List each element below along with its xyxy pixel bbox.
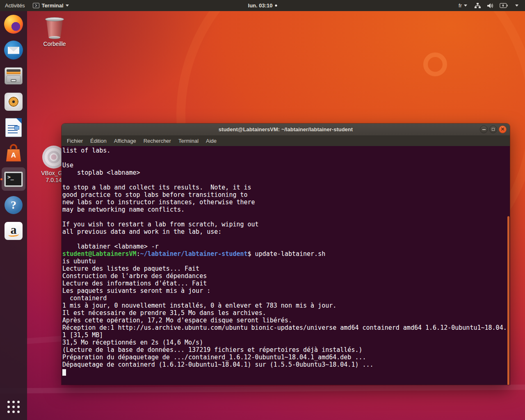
terminal-scrollbar[interactable] [507, 216, 509, 385]
terminal-output-text: list of labs.Use stoplab <labname>to sto… [62, 147, 510, 376]
activities-button[interactable]: Activités [1, 0, 29, 11]
volume-icon [487, 2, 494, 9]
dock-item-firefox[interactable] [0, 11, 27, 37]
chevron-down-icon [66, 5, 69, 7]
show-applications-button[interactable] [0, 395, 27, 418]
ubuntu-software-icon [6, 149, 21, 162]
dock: >_ ? a [0, 11, 27, 420]
keyboard-layout-button[interactable]: fr [454, 0, 471, 11]
keyboard-layout-label: fr [459, 2, 462, 9]
files-icon [5, 67, 23, 84]
thunderbird-icon [4, 41, 23, 59]
terminal-cursor [62, 369, 66, 376]
amazon-icon: a [5, 222, 23, 240]
system-menu-button[interactable] [511, 0, 523, 11]
terminal-window: student@LabtainersVM: ~/labtainer/labtai… [62, 123, 510, 385]
app-menu-label: Terminal [41, 2, 63, 9]
maximize-button[interactable] [489, 126, 497, 133]
wallpaper-band-decoration [0, 385, 525, 394]
dock-item-amazon[interactable]: a [0, 218, 27, 244]
app-menu-button[interactable]: Terminal [29, 0, 73, 11]
dock-item-ubuntu-software[interactable] [0, 140, 27, 166]
battery-charging-icon [500, 3, 508, 8]
close-button[interactable]: ✕ [499, 126, 507, 133]
chevron-down-icon [515, 5, 518, 7]
clock-button[interactable]: lun. 03:10 [245, 0, 281, 11]
menu-item-fichier[interactable]: Fichier [63, 137, 87, 145]
trash-icon [44, 16, 65, 39]
terminal-icon: >_ [5, 172, 23, 187]
dock-item-terminal[interactable]: >_ [0, 166, 27, 192]
chevron-down-icon [464, 5, 467, 7]
terminal-app-icon [33, 3, 39, 8]
dock-item-rhythmbox[interactable] [0, 89, 27, 114]
maximize-icon [492, 128, 495, 131]
window-controls: ✕ [480, 126, 507, 133]
show-applications-grid-icon [7, 401, 20, 413]
menu-item-aide[interactable]: Aide [202, 137, 220, 145]
desktop: Activités Terminal lun. 03:10 fr [0, 0, 525, 420]
minimize-button[interactable] [480, 126, 488, 133]
clock-label: lun. 03:10 [248, 2, 273, 9]
minimize-icon [482, 129, 486, 130]
libreoffice-writer-icon [5, 118, 22, 137]
menu-item-affichage[interactable]: Affichage [110, 137, 140, 145]
menu-item-terminal[interactable]: Terminal [175, 137, 202, 145]
window-titlebar[interactable]: student@LabtainersVM: ~/labtainer/labtai… [62, 123, 510, 135]
menu-item-edition[interactable]: Édition [87, 137, 110, 145]
rhythmbox-icon [5, 93, 23, 111]
system-status-area[interactable]: fr [454, 0, 525, 11]
top-bar: Activités Terminal lun. 03:10 fr [0, 0, 525, 11]
firefox-icon [4, 15, 23, 34]
menu-item-rechercher[interactable]: Rechercher [140, 137, 175, 145]
trash-label: Corbeille [37, 41, 72, 48]
terminal-output-area[interactable]: list of labs.Use stoplab <labname>to sto… [62, 146, 510, 385]
dock-item-files[interactable] [0, 63, 27, 89]
wallpaper-small-ring-decoration [423, 52, 447, 76]
window-title: student@LabtainersVM: ~/labtainer/labtai… [219, 126, 353, 132]
dock-item-help[interactable]: ? [0, 192, 27, 218]
help-icon: ? [5, 196, 23, 214]
network-wired-icon [474, 2, 481, 9]
terminal-menubar: FichierÉditionAffichageRechercherTermina… [62, 135, 510, 146]
desktop-icon-trash[interactable]: Corbeille [37, 16, 72, 48]
activities-label: Activités [5, 2, 25, 9]
dock-item-libreoffice-writer[interactable] [0, 114, 27, 140]
dock-item-thunderbird[interactable] [0, 37, 27, 63]
close-icon: ✕ [500, 127, 504, 132]
notification-dot-icon [275, 5, 277, 7]
